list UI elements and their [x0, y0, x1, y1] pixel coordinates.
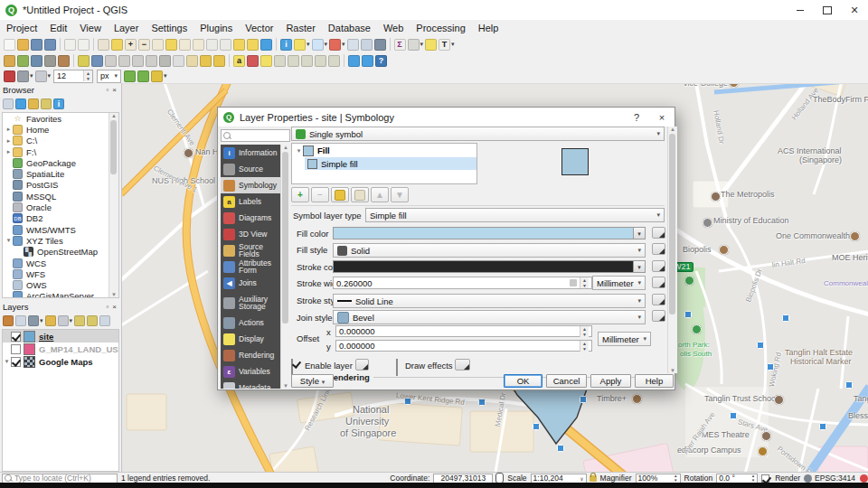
- filter-by-expression[interactable]: ▾: [58, 315, 73, 326]
- zoom-to-selection[interactable]: [179, 39, 191, 51]
- pan-map[interactable]: [98, 39, 109, 51]
- properties-tab-information[interactable]: iInformation: [221, 145, 280, 161]
- clear-value-icon[interactable]: [570, 279, 577, 286]
- properties-tab-labels[interactable]: aLabels: [221, 193, 280, 210]
- measure[interactable]: ▾: [408, 39, 424, 51]
- snapping-unit-combo[interactable]: px ▾: [97, 70, 121, 83]
- browser-item-db2[interactable]: DBDB2: [3, 213, 118, 224]
- statistical-summary[interactable]: Σ: [394, 39, 406, 51]
- expander-icon[interactable]: ▸: [5, 148, 13, 155]
- menu-database[interactable]: Database: [322, 20, 377, 36]
- menu-raster[interactable]: Raster: [279, 20, 321, 36]
- fill-style-override-button[interactable]: [652, 243, 665, 255]
- chevron-down-icon[interactable]: ▾: [70, 317, 73, 324]
- spin-arrows-icon[interactable]: ▲▼: [580, 341, 589, 352]
- properties-tab-display[interactable]: Display: [221, 331, 280, 347]
- new-project[interactable]: [4, 39, 15, 51]
- add-selected-layers[interactable]: [3, 99, 14, 109]
- text-annotation[interactable]: T▾: [439, 39, 455, 51]
- identify-features[interactable]: i: [280, 39, 292, 51]
- chevron-down-icon[interactable]: ▾: [307, 41, 310, 48]
- snapping-mode[interactable]: ▾: [17, 70, 33, 82]
- menu-plugins[interactable]: Plugins: [193, 20, 239, 36]
- properties-tab-rendering[interactable]: Rendering: [221, 347, 280, 363]
- metasearch[interactable]: [348, 55, 360, 67]
- symbol-tree-root[interactable]: ▾ Fill: [292, 144, 476, 157]
- deselect-features[interactable]: ▾: [329, 39, 345, 51]
- close-panel-icon[interactable]: ×: [110, 303, 118, 311]
- layer-visibility-checkbox[interactable]: [11, 332, 21, 342]
- join-style-override-button[interactable]: [652, 310, 665, 322]
- scale-combo[interactable]: 1:10,204∨: [531, 474, 587, 483]
- properties-tab-actions[interactable]: Actions: [221, 314, 280, 331]
- layer-labeling[interactable]: a: [233, 55, 245, 67]
- effects-options-button[interactable]: [455, 359, 470, 371]
- layer-item-site[interactable]: site: [3, 330, 118, 343]
- zoom-to-layer[interactable]: [193, 39, 204, 51]
- menu-processing[interactable]: Processing: [410, 20, 471, 36]
- browser-item-f[interactable]: ▸F:\: [3, 146, 118, 157]
- messages-icon[interactable]: [860, 474, 868, 483]
- browser-item-mssql[interactable]: MSSQL: [3, 191, 118, 202]
- pan-to-selection[interactable]: [111, 39, 123, 51]
- properties-tab-variables[interactable]: εVariables: [221, 363, 280, 380]
- spin-arrows-icon[interactable]: ▲▼: [580, 326, 589, 337]
- expander-icon[interactable]: ▾: [295, 147, 303, 155]
- apply-button[interactable]: Apply: [590, 374, 631, 388]
- snapping-tolerance-spinbox[interactable]: 12 ▲▼: [53, 70, 93, 83]
- qgis-help[interactable]: ?: [375, 55, 387, 67]
- save-layer-edits[interactable]: [91, 55, 103, 67]
- menu-edit[interactable]: Edit: [43, 20, 73, 36]
- spin-arrows-icon[interactable]: ▲▼: [674, 474, 677, 483]
- browser-item-arcgismapserver[interactable]: ArcGisMapServer: [3, 291, 118, 298]
- expander-icon[interactable]: ▸: [5, 126, 13, 133]
- browser-item-oracle[interactable]: Oracle: [3, 202, 118, 212]
- snapping-tolerance-value[interactable]: 12: [54, 71, 83, 80]
- add-web-layer[interactable]: [58, 55, 70, 67]
- chevron-down-icon[interactable]: ▾: [342, 41, 345, 48]
- offset-x-input[interactable]: 0.000000 ▲▼: [335, 325, 592, 337]
- chevron-down-icon[interactable]: ▾: [325, 41, 328, 48]
- save-project-as[interactable]: [44, 39, 56, 51]
- topological-editing[interactable]: [124, 70, 136, 82]
- layer-item-google-maps[interactable]: ▾Google Maps: [3, 355, 118, 368]
- browser-item-spatialite[interactable]: SpatiaLite: [3, 168, 118, 179]
- coordinate-input[interactable]: 20497,31013: [433, 474, 493, 483]
- self-snapping[interactable]: ▾: [151, 70, 167, 82]
- browser-item-openstreetmap[interactable]: ▚OpenStreetMap: [3, 247, 118, 258]
- float-panel-icon[interactable]: ▫: [104, 303, 110, 311]
- menu-layer[interactable]: Layer: [108, 20, 146, 36]
- minimize-button[interactable]: [787, 0, 814, 20]
- chevron-down-icon[interactable]: ▾: [164, 72, 167, 80]
- zoom-native[interactable]: [152, 39, 164, 51]
- stroke-color-button[interactable]: ▾: [333, 260, 646, 273]
- properties-tab-auxiliary-storage[interactable]: Auxiliary Storage: [221, 291, 280, 314]
- browser-item-geopackage[interactable]: GeoPackage: [3, 157, 118, 168]
- browser-item-favorites[interactable]: ☆Favorites: [3, 113, 118, 124]
- menu-help[interactable]: Help: [472, 20, 505, 36]
- spin-arrows-icon[interactable]: ▲▼: [83, 70, 92, 81]
- toggle-editing[interactable]: [78, 55, 90, 67]
- chevron-down-icon[interactable]: ▾: [451, 41, 455, 48]
- expander-icon[interactable]: ▸: [5, 137, 13, 145]
- layer-item-g-mp14-land-use-pl[interactable]: G_MP14_LAND_USE_PL: [3, 343, 118, 355]
- locate-input[interactable]: Type to locate (Ctrl+K): [2, 474, 118, 483]
- maximize-button[interactable]: [814, 0, 841, 20]
- browser-item-wms-wmts[interactable]: WMS/WMTS: [3, 224, 118, 235]
- magnifier-input[interactable]: 100% ▲▼: [636, 474, 681, 483]
- menu-web[interactable]: Web: [377, 20, 410, 36]
- add-vector-layer[interactable]: [17, 55, 29, 67]
- move-down-button[interactable]: ▼: [391, 187, 409, 202]
- remove-layer[interactable]: [99, 315, 110, 326]
- vertex-tool[interactable]: [118, 55, 130, 67]
- chevron-down-icon[interactable]: ▾: [633, 261, 645, 272]
- new-spatial-bookmark[interactable]: [233, 39, 245, 51]
- data-source-manager[interactable]: [4, 55, 15, 67]
- chevron-down-icon[interactable]: ▾: [40, 317, 43, 324]
- browser-item-xyz-tiles[interactable]: ▾XYZ Tiles: [3, 235, 118, 246]
- browser-item-postgis[interactable]: PostGIS: [3, 180, 118, 191]
- menu-settings[interactable]: Settings: [145, 20, 193, 36]
- close-panel-icon[interactable]: ×: [110, 86, 118, 94]
- expander-icon[interactable]: ▾: [5, 237, 13, 244]
- chevron-down-icon[interactable]: ▾: [48, 72, 52, 80]
